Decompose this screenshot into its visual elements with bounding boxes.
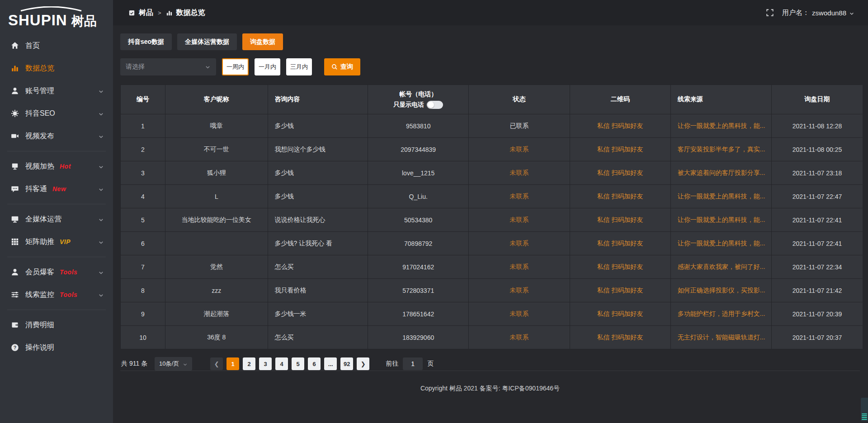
floating-service-widget[interactable] [861,398,868,421]
sidebar-item-label: 操作说明 [25,343,54,352]
grid-icon [11,238,19,246]
chevron-down-icon [205,64,211,70]
page-button-4[interactable]: 4 [275,357,288,370]
chevron-down-icon [98,133,104,139]
cell-source[interactable]: 多功能护栏灯，适用于乡村文... [671,302,771,325]
sidebar-item-10[interactable]: 线索监控Tools [0,283,113,306]
sidebar-item-2[interactable]: 账号管理 [0,80,113,102]
cell-date: 2021-11-08 00:25 [772,138,863,161]
page-button-3[interactable]: 3 [259,357,272,370]
cell-qrcode[interactable]: 私信 扫码加好友 [570,161,670,184]
page-button-6[interactable]: 6 [308,357,321,370]
chevron-down-icon [98,164,104,169]
cell-id: 1 [121,114,165,137]
page-button-92[interactable]: 92 [340,357,353,370]
search-icon [331,64,338,70]
range-button-1[interactable]: 一月内 [255,58,280,75]
table-row: 1哦章多少钱9583810已联系私信 扫码加好友让你一眼就爱上的黑科技，能...… [121,114,859,137]
sidebar-item-label: 视频发布 [25,132,54,141]
cell-qrcode[interactable]: 私信 扫码加好友 [570,232,670,255]
cell-source[interactable]: 客厅安装投影半年多了，真实... [671,138,771,161]
content: 抖音seo数据全媒体运营数据询盘数据 请选择 一周内一月内三月内 查询 编号 客… [113,25,868,423]
fullscreen-icon[interactable] [766,9,774,17]
table-row: 2不可一世我想问这个多少钱2097344839未联系私信 扫码加好友客厅安装投影… [121,138,859,161]
tab-2[interactable]: 询盘数据 [242,33,283,50]
next-page-button[interactable]: ❯ [357,357,369,370]
chart-icon [11,64,19,72]
gear-icon [11,109,19,118]
cell-qrcode[interactable]: 私信 扫码加好友 [570,208,670,231]
page-button-2[interactable]: 2 [243,357,255,370]
toggle-knob [428,102,434,108]
page-ellipsis-button[interactable]: ... [324,357,337,370]
cell-source[interactable]: 让你一眼就爱上的黑科技，能... [671,114,771,137]
member-icon [11,268,19,276]
breadcrumb-separator: > [157,9,162,16]
cell-date: 2021-11-07 21:42 [772,279,863,302]
page-size-select[interactable]: 10条/页 [155,357,192,371]
cell-source[interactable]: 被大家追着问的客厅投影分享... [671,161,771,184]
cell-source[interactable]: 感谢大家喜欢我家，被问了好... [671,255,771,278]
sidebar-item-12[interactable]: ?操作说明 [0,336,113,359]
breadcrumb-current: 数据总览 [176,8,205,18]
svg-text:?: ? [14,345,17,350]
sidebar-item-8[interactable]: 矩阵助推VIP [0,230,113,253]
tab-0[interactable]: 抖音seo数据 [120,33,172,50]
sidebar-item-0[interactable]: 首页 [0,34,113,57]
page-button-1[interactable]: 1 [226,357,239,370]
cell-source[interactable]: 让你一眼就爱上的黑科技，能... [671,208,771,231]
phone-only-toggle[interactable] [427,101,443,109]
sidebar-item-5[interactable]: 视频加热Hot [0,155,113,178]
cell-status: 未联系 [469,326,569,349]
range-button-2[interactable]: 三月内 [286,58,312,75]
cell-content: 我只看价格 [268,279,368,302]
col-header-date: 询盘日期 [772,85,863,114]
sidebar-item-3[interactable]: 抖音SEO [0,102,113,125]
cell-source[interactable]: 如何正确选择投影仪，买投影... [671,279,771,302]
cell-content: 多少钱? 让我死心 看 [268,232,368,255]
copyright-text: Copyright 树品 2021 备案号: 粤ICP备09019646号 [420,385,560,393]
question-icon: ? [11,343,19,352]
cell-qrcode[interactable]: 私信 扫码加好友 [570,185,670,208]
account-select[interactable]: 请选择 [120,58,216,75]
cell-id: 3 [121,161,165,184]
sidebar-item-6[interactable]: 抖客通New [0,178,113,200]
cell-qrcode[interactable]: 私信 扫码加好友 [570,255,670,278]
chevron-down-icon [98,216,104,222]
breadcrumb-root[interactable]: 树品 [139,8,153,18]
cell-id: 7 [121,255,165,278]
cell-qrcode[interactable]: 私信 扫码加好友 [570,302,670,325]
sidebar-item-1[interactable]: 数据总览 [0,57,113,80]
goto-page-input[interactable] [403,357,423,370]
breadcrumb: 树品 > 数据总览 [128,8,205,18]
cell-date: 2021-11-07 23:18 [772,161,863,184]
tab-1[interactable]: 全媒体运营数据 [177,33,237,50]
main-area: 树品 > 数据总览 用户名： zswodun88 抖音seo数据全媒体运营数据询… [113,0,868,423]
cell-nickname: L [165,185,267,208]
sidebar-item-7[interactable]: 全媒体运营 [0,208,113,230]
range-button-0[interactable]: 一周内 [222,58,249,75]
user-menu[interactable]: 用户名： zswodun88 [782,9,854,17]
monitor-icon [11,215,19,223]
cell-date: 2021-11-07 22:34 [772,255,863,278]
search-button[interactable]: 查询 [324,58,360,75]
sidebar-item-9[interactable]: 会员爆客Tools [0,261,113,283]
cell-id: 6 [121,232,165,255]
cell-qrcode[interactable]: 私信 扫码加好友 [570,114,670,137]
col-header-source: 线索来源 [671,85,771,114]
range-buttons: 一周内一月内三月内 [221,58,312,75]
cell-source[interactable]: 让你一眼就爱上的黑科技，能... [671,185,771,208]
cell-source[interactable]: 无主灯设计，智能磁吸轨道灯... [671,326,771,349]
sidebar-item-11[interactable]: 消费明细 [0,314,113,336]
cell-source[interactable]: 让你一眼就爱上的黑科技，能... [671,232,771,255]
sidebar-item-4[interactable]: 视频发布 [0,125,113,147]
page-button-5[interactable]: 5 [292,357,304,370]
cell-qrcode[interactable]: 私信 扫码加好友 [570,326,670,349]
sidebar-item-label: 矩阵助推 [25,237,54,247]
cell-qrcode[interactable]: 私信 扫码加好友 [570,279,670,302]
cell-qrcode[interactable]: 私信 扫码加好友 [570,138,670,161]
prev-page-button[interactable]: ❮ [210,357,223,370]
goto-page: 前往 页 [386,357,434,370]
table-body: 1哦章多少钱9583810已联系私信 扫码加好友让你一眼就爱上的黑科技，能...… [121,114,859,349]
cell-content: 怎么买 [268,255,368,278]
